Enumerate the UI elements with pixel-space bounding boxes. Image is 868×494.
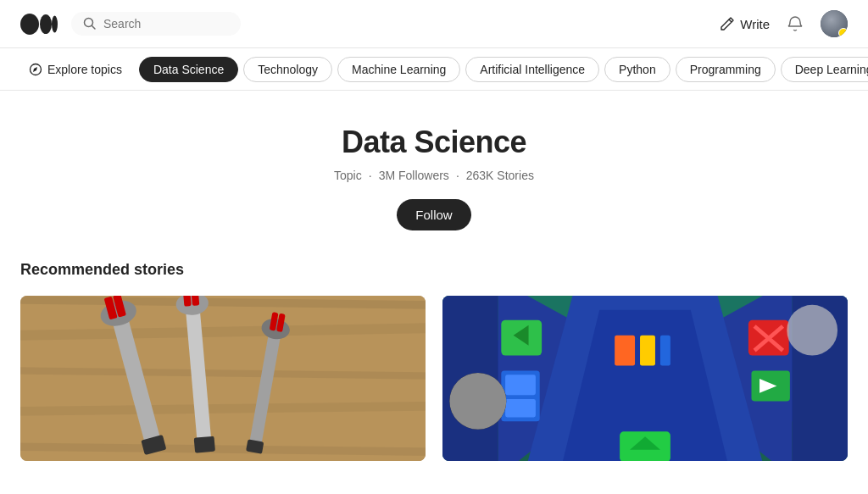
avatar[interactable] [821, 10, 848, 37]
svg-line-9 [20, 328, 426, 335]
search-icon [83, 17, 97, 31]
medium-logo[interactable] [20, 14, 58, 35]
header-left [20, 12, 241, 36]
topic-tag-label: Python [619, 63, 656, 76]
svg-rect-48 [640, 336, 655, 366]
search-bar[interactable] [71, 12, 241, 36]
topic-title: Data Science [342, 125, 526, 160]
compass-icon [29, 63, 42, 76]
svg-marker-6 [33, 67, 37, 72]
svg-rect-19 [194, 436, 215, 453]
stories-section: Recommended stories [0, 230, 868, 461]
bell-icon [787, 15, 804, 32]
notification-button[interactable] [787, 15, 804, 32]
topics-bar: Explore topics Data Science Technology M… [0, 48, 868, 91]
topic-tag-artificial-intelligence[interactable]: Artificial Intelligence [465, 57, 599, 82]
stories-heading: Recommended stories [20, 261, 848, 279]
topic-tag-label: Technology [258, 63, 318, 76]
topic-tag-label: Programming [690, 63, 761, 76]
svg-point-1 [40, 14, 52, 34]
svg-point-54 [787, 305, 837, 356]
avatar-badge [838, 28, 848, 37]
topic-stories: 263K Stories [466, 169, 534, 182]
svg-rect-41 [505, 399, 536, 418]
svg-line-11 [20, 406, 426, 411]
follow-button[interactable]: Follow [397, 199, 470, 230]
svg-line-10 [20, 371, 426, 376]
header: Write [0, 0, 868, 48]
meta-dot-1: · [369, 169, 372, 182]
svg-rect-47 [615, 336, 635, 366]
topic-tag-machine-learning[interactable]: Machine Learning [337, 57, 460, 82]
svg-point-53 [449, 373, 506, 430]
topic-followers: 3M Followers [379, 169, 449, 182]
write-label: Write [740, 17, 770, 31]
topic-tag-technology[interactable]: Technology [243, 57, 332, 82]
svg-rect-40 [505, 375, 536, 395]
hallway-illustration [442, 296, 848, 461]
explore-topics-button[interactable]: Explore topics [17, 58, 134, 81]
svg-point-0 [20, 14, 39, 35]
topic-tag-label: Machine Learning [352, 63, 446, 76]
write-icon [720, 16, 735, 31]
story-card-2[interactable] [442, 296, 848, 461]
topic-tag-programming[interactable]: Programming [676, 57, 776, 82]
stories-grid [20, 296, 848, 461]
topic-meta: Topic · 3M Followers · 263K Stories [334, 169, 534, 182]
search-input[interactable] [103, 17, 222, 31]
svg-point-2 [52, 15, 58, 32]
svg-line-4 [92, 26, 96, 30]
story-card-1[interactable] [20, 296, 426, 461]
topic-page: Data Science Topic · 3M Followers · 263K… [0, 91, 868, 230]
story-image-1 [20, 296, 426, 461]
topic-tag-python[interactable]: Python [604, 57, 670, 82]
topic-tag-label: Deep Learning [795, 63, 868, 76]
topic-tag-label: Artificial Intelligence [480, 63, 585, 76]
topic-tag-label: Data Science [153, 63, 224, 76]
topic-type: Topic [334, 169, 362, 182]
svg-line-12 [20, 447, 426, 452]
svg-line-8 [20, 300, 426, 305]
topic-tag-data-science[interactable]: Data Science [139, 57, 238, 82]
write-button[interactable]: Write [720, 16, 770, 31]
topic-tag-deep-learning[interactable]: Deep Learning [781, 57, 868, 82]
header-right: Write [720, 10, 848, 37]
svg-rect-49 [660, 336, 670, 366]
tools-illustration [20, 296, 426, 461]
meta-dot-2: · [456, 169, 459, 182]
explore-topics-label: Explore topics [47, 63, 122, 76]
